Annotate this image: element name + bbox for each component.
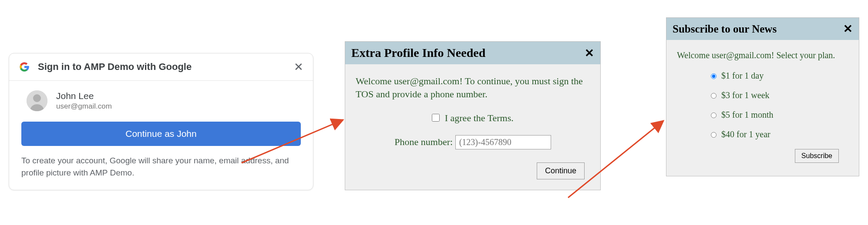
continue-as-button[interactable]: Continue as John — [21, 122, 301, 146]
terms-label-wrapper[interactable]: I agree the Terms. — [432, 112, 514, 123]
profile-dialog-body: Welcome user@gmail.com! To continue, you… — [345, 64, 600, 190]
plan-label: $5 for 1 month — [721, 110, 773, 119]
svg-point-1 — [33, 94, 41, 102]
avatar — [27, 90, 47, 111]
profile-welcome-text: Welcome user@gmail.com! To continue, you… — [356, 75, 590, 100]
plan-option[interactable]: $1 for 1 day — [711, 71, 848, 81]
close-icon[interactable]: ✕ — [585, 46, 594, 60]
subscribe-dialog-header: Subscribe to our News ✕ — [666, 18, 859, 40]
profile-dialog-header: Extra Profile Info Needed ✕ — [345, 42, 600, 64]
user-name: John Lee — [56, 91, 112, 101]
plan-label: $40 for 1 year — [721, 129, 770, 139]
google-card-body: John Lee user@gmail.com Continue as John… — [9, 81, 313, 190]
google-logo-icon — [19, 61, 30, 73]
user-email: user@gmail.com — [56, 102, 112, 111]
subscribe-dialog-title: Subscribe to our News — [673, 23, 843, 35]
close-icon[interactable]: ✕ — [294, 61, 303, 73]
user-row[interactable]: John Lee user@gmail.com — [21, 90, 301, 111]
google-signin-card: Sign in to AMP Demo with Google ✕ John L… — [9, 53, 313, 190]
google-card-header: Sign in to AMP Demo with Google ✕ — [9, 53, 313, 81]
plan-list: $1 for 1 day $3 for 1 week $5 for 1 mont… — [677, 71, 848, 139]
plan-label: $1 for 1 day — [721, 71, 764, 80]
close-icon[interactable]: ✕ — [843, 22, 853, 36]
disclosure-text: To create your account, Google will shar… — [21, 155, 301, 179]
terms-label: I agree the Terms. — [445, 112, 514, 123]
subscribe-welcome-text: Welcome user@gmail.com! Select your plan… — [677, 50, 848, 60]
terms-checkbox[interactable] — [432, 114, 440, 122]
profile-dialog-title: Extra Profile Info Needed — [351, 46, 585, 60]
profile-continue-button[interactable]: Continue — [537, 162, 585, 179]
subscribe-dialog: Subscribe to our News ✕ Welcome user@gma… — [666, 17, 859, 176]
plan-label: $3 for 1 week — [721, 90, 770, 100]
phone-input[interactable] — [455, 135, 551, 149]
plan-radio-3[interactable] — [711, 132, 717, 138]
plan-radio-0[interactable] — [711, 73, 717, 79]
plan-radio-2[interactable] — [711, 112, 717, 118]
plan-option[interactable]: $3 for 1 week — [711, 90, 848, 100]
subscribe-button[interactable]: Subscribe — [795, 149, 839, 163]
phone-label: Phone number: — [394, 136, 455, 147]
google-card-title: Sign in to AMP Demo with Google — [38, 61, 294, 73]
plan-radio-1[interactable] — [711, 93, 717, 99]
extra-profile-dialog: Extra Profile Info Needed ✕ Welcome user… — [345, 41, 601, 190]
subscribe-dialog-body: Welcome user@gmail.com! Select your plan… — [666, 40, 859, 176]
plan-option[interactable]: $40 for 1 year — [711, 129, 848, 139]
plan-option[interactable]: $5 for 1 month — [711, 110, 848, 120]
